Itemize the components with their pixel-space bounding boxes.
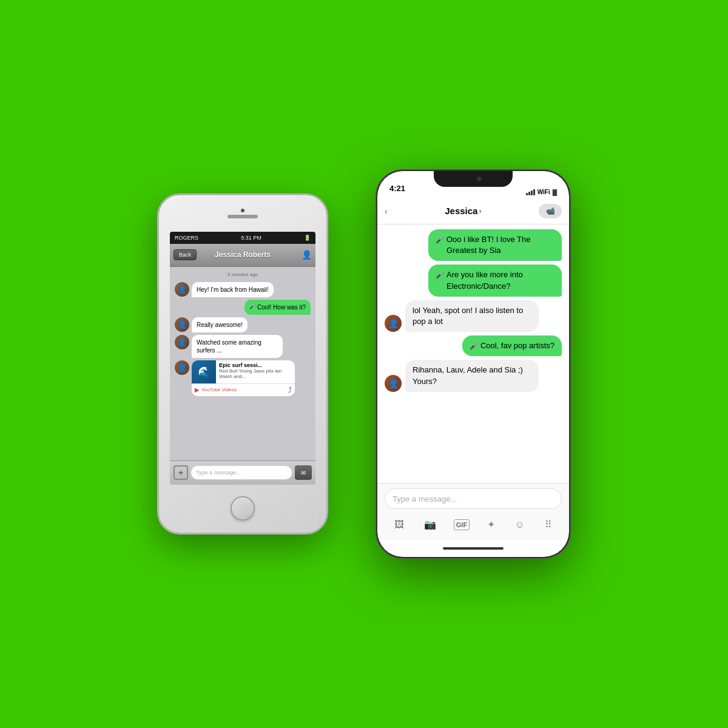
iphonex-screen: 4:21 WiFi ▓ ‹ Jessi <box>377 171 569 557</box>
message-row: 👤 Hey! I'm back from Hawaii! <box>175 282 311 297</box>
nav-bar: ‹ Jessica › 📹 <box>377 198 569 224</box>
message-input[interactable]: Type a message... <box>190 465 292 480</box>
mic-icon: 🎤 <box>436 235 444 244</box>
timestamp: 3 minutes ago <box>175 272 311 277</box>
front-camera-icon <box>477 177 482 181</box>
message-bubble: lol Yeah, spot on! I also listen to pop … <box>405 300 539 332</box>
front-camera-icon <box>241 209 244 212</box>
home-button[interactable] <box>231 496 255 521</box>
message-bubble: 🎤 Ooo i like BT! I love The Greatest by … <box>428 229 562 261</box>
back-button[interactable]: ‹ <box>385 206 388 216</box>
message-bubble: 🎤 Are you like more into Electronic/Danc… <box>428 265 562 296</box>
input-row: Type a message... <box>385 488 562 509</box>
message-bubble: Hey! I'm back from Hawaii! <box>192 282 274 297</box>
wifi-icon: WiFi <box>538 189 550 195</box>
contact-name: Jessica Roberts <box>215 251 271 259</box>
message-row: 👤 Watched some amazing surfers ... <box>175 335 311 358</box>
carrier-signal: ROGERS <box>175 235 198 241</box>
chevron-icon: › <box>479 207 481 215</box>
link-title: Epic surf sessi... <box>219 362 292 368</box>
speaker-icon <box>228 215 258 218</box>
camera-icon[interactable]: 📷 <box>422 516 439 533</box>
message-bubble: Rihanna, Lauv, Adele and Sia ;) Yours? <box>405 360 539 391</box>
phones-container: ROGERS 5:31 PM 🔋 Back Jessica Roberts 👤 … <box>0 0 728 728</box>
iphone5-top-bar <box>159 195 326 232</box>
status-icons: WiFi ▓ <box>526 189 557 195</box>
status-time: 4:21 <box>389 184 405 195</box>
message-bubble: 🎤 Cool! How was it? <box>244 300 311 315</box>
sticker-icon[interactable]: ✦ <box>485 516 497 533</box>
avatar: 👤 <box>385 375 402 392</box>
message-row: 👤 🌊 Epic surf sessi... Red Bull Young Ja… <box>175 360 311 396</box>
chat-area: 3 minutes ago 👤 Hey! I'm back from Hawai… <box>170 267 315 460</box>
message-bubble: Watched some amazing surfers ... <box>192 335 283 358</box>
nav-bar: Back Jessica Roberts 👤 <box>170 244 315 267</box>
message-row: 🎤 Are you like more into Electronic/Danc… <box>385 265 562 296</box>
emoji-icon[interactable]: ☺ <box>513 517 527 533</box>
iphonex-device: 4:21 WiFi ▓ ‹ Jessi <box>376 170 570 558</box>
mic-icon: 🎤 <box>436 271 444 280</box>
status-bar: ROGERS 5:31 PM 🔋 <box>170 232 315 244</box>
battery-icon: 🔋 <box>304 235 311 241</box>
message-toolbar: + Type a message... ✉ <box>170 460 315 485</box>
message-row: 🎤 Cool! How was it? <box>175 300 311 315</box>
message-bubble: Really awesome! <box>192 317 248 332</box>
back-button[interactable]: Back <box>174 249 197 260</box>
home-indicator <box>377 540 569 557</box>
avatar: 👤 <box>385 315 402 332</box>
apps-icon[interactable]: ⠿ <box>542 516 554 533</box>
avatar: 👤 <box>175 282 189 297</box>
link-bubble[interactable]: 🌊 Epic surf sessi... Red Bull Young Jaws… <box>192 360 295 396</box>
message-row: 🎤 Cool, fav pop artists? <box>385 335 562 356</box>
video-call-button[interactable]: 📹 <box>539 204 562 218</box>
add-button[interactable]: + <box>174 465 188 480</box>
link-source: ▶ YouTube Videos <box>195 386 237 393</box>
signal-bars <box>526 189 535 195</box>
iphone5-bottom <box>231 485 255 533</box>
home-bar <box>443 547 504 550</box>
input-area: Type a message... 🖼 📷 GIF ✦ ☺ ⠿ <box>377 483 569 540</box>
message-row: 👤 lol Yeah, spot on! I also listen to po… <box>385 300 562 332</box>
message-bubble: 🎤 Cool, fav pop artists? <box>462 335 562 356</box>
avatar: 👤 <box>175 335 189 349</box>
iphone5-screen: ROGERS 5:31 PM 🔋 Back Jessica Roberts 👤 … <box>170 232 315 485</box>
back-chevron-icon: ‹ <box>385 206 388 216</box>
message-row: 👤 Really awesome! <box>175 317 311 332</box>
chat-area: 🎤 Ooo i like BT! I love The Greatest by … <box>377 224 569 483</box>
contact-name-text: Jessica <box>445 206 477 216</box>
send-button[interactable]: ✉ <box>295 465 312 480</box>
status-time: 5:31 PM <box>241 235 261 241</box>
mic-icon: 🎤 <box>470 342 478 351</box>
avatar: 👤 <box>175 317 189 332</box>
gif-button[interactable]: GIF <box>454 519 470 530</box>
avatar: 👤 <box>175 360 189 375</box>
mic-icon: 🎤 <box>249 304 255 310</box>
link-thumbnail: 🌊 <box>192 360 216 383</box>
message-input[interactable]: Type a message... <box>385 488 562 509</box>
iphone5-device: ROGERS 5:31 PM 🔋 Back Jessica Roberts 👤 … <box>158 194 328 534</box>
link-footer: ▶ YouTube Videos ⤴ <box>192 383 295 396</box>
link-description: Red Bull Young Jaws pits Ian Walsh and..… <box>219 368 292 380</box>
toolbar-icons: 🖼 📷 GIF ✦ ☺ ⠿ <box>385 514 562 535</box>
photo-library-icon[interactable]: 🖼 <box>392 517 406 533</box>
notch <box>434 171 513 187</box>
link-text: Epic surf sessi... Red Bull Young Jaws p… <box>216 360 295 383</box>
link-source-label: YouTube Videos <box>201 387 237 393</box>
battery-icon: ▓ <box>553 189 557 195</box>
share-icon[interactable]: ⤴ <box>288 386 292 394</box>
message-row: 👤 Rihanna, Lauv, Adele and Sia ;) Yours? <box>385 360 562 391</box>
contact-icon[interactable]: 👤 <box>302 250 312 260</box>
contact-name[interactable]: Jessica › <box>445 206 481 216</box>
message-row: 🎤 Ooo i like BT! I love The Greatest by … <box>385 229 562 261</box>
